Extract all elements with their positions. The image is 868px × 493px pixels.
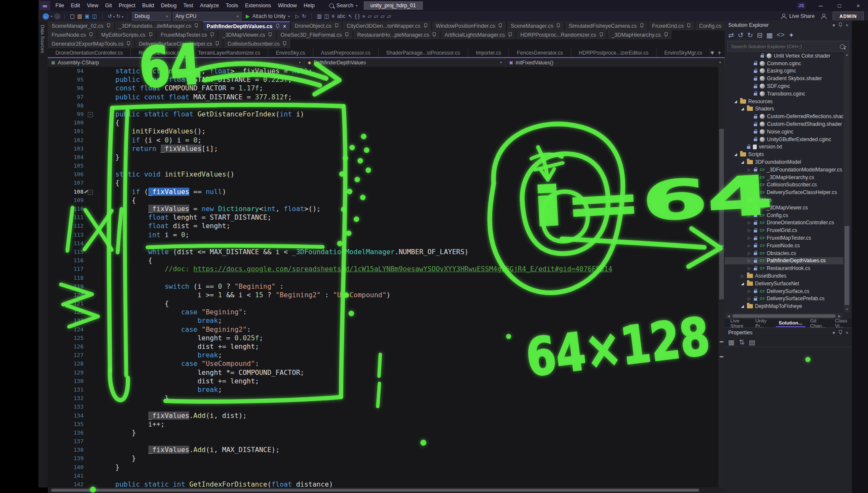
- line-number[interactable]: 102: [48, 136, 84, 145]
- code-line[interactable]: 129 lenght *= COMPOUND_FACTOR;: [48, 368, 718, 377]
- pin-icon[interactable]: [664, 32, 668, 38]
- tab-fruxelnode-cs[interactable]: FruxelNode.cs: [48, 30, 97, 39]
- code-line[interactable]: 124 case "Begining2":: [48, 325, 718, 334]
- solution-search-box[interactable]: ▾: [727, 41, 849, 52]
- expander-icon[interactable]: ▷: [747, 296, 752, 301]
- pin-icon[interactable]: [640, 23, 644, 29]
- alphabetical-icon[interactable]: ⇅: [739, 338, 744, 346]
- tree-item-unitygbufferextended-cginc[interactable]: UnityGBufferExtended.cginc: [725, 136, 843, 143]
- tab-pathfinderdepthvalues-cs[interactable]: PathfinderDepthValues.cs×: [203, 21, 290, 30]
- tree-item-pathfinderdepthvalues-cs[interactable]: ▷C#PathfinderDepthValues.cs: [725, 257, 843, 265]
- line-number[interactable]: 139: [48, 454, 84, 463]
- tree-item-3dfoundationmodelmanager-cs[interactable]: ▷C#_3DFoundationModelManager.cs: [725, 166, 843, 174]
- fold-collapse-icon[interactable]: −: [88, 112, 93, 117]
- bookmark-next-icon[interactable]: ▱: [373, 13, 379, 19]
- pin-icon[interactable]: [89, 32, 93, 38]
- tree-item-gradient-skybox-shader[interactable]: Gradient Skybox.shader: [725, 75, 843, 82]
- code-line[interactable]: 102 if (i < 0) i = 0;: [48, 136, 718, 145]
- tab-citygen3dgen-torwrapper-cs[interactable]: CityGen3DGen...torWrapper.cs: [343, 21, 431, 30]
- tree-item-deliverysurfacenet[interactable]: ◢DeliverySurfaceNet: [725, 280, 843, 287]
- line-number[interactable]: 117: [48, 265, 84, 273]
- tree-item-3dmap[interactable]: ◢3DMap: [725, 196, 843, 204]
- line-number[interactable]: 113: [48, 231, 84, 239]
- code-line[interactable]: 94 static Dictionary<int, float> _fixVal…: [48, 67, 718, 75]
- expander-icon[interactable]: ▷: [747, 258, 752, 263]
- tab-overflow-icon[interactable]: ▾: [711, 49, 714, 57]
- tree-item-config-cs[interactable]: ▷C#Config.cs: [725, 212, 843, 219]
- code-line[interactable]: 107 {: [48, 179, 718, 187]
- pin-icon[interactable]: [275, 24, 279, 29]
- pin-icon[interactable]: [839, 23, 842, 28]
- pin-icon[interactable]: [345, 32, 349, 38]
- tab-assetpreprocessor-cs[interactable]: AssetPreprocessor.cs: [313, 48, 379, 57]
- tree-item-version-txt[interactable]: version.txt: [725, 143, 843, 151]
- tool-tab-live-share[interactable]: Live Share: [727, 317, 751, 328]
- line-number[interactable]: 109: [48, 196, 84, 205]
- tree-item-collisionsubscriber-cs[interactable]: ▷C#CollisionSubscriber.cs: [725, 181, 843, 189]
- code-line[interactable]: 120 i >= 1 && i < 15 ? "Begining2" : "Us…: [48, 291, 718, 299]
- expander-icon[interactable]: ▷: [747, 206, 752, 210]
- feedback-person-icon[interactable]: [821, 14, 827, 19]
- line-number[interactable]: 111: [48, 213, 84, 222]
- tree-item-restauranthook-cs[interactable]: ▷C#RestaurantHook.cs: [725, 264, 843, 272]
- tree-item-shaders[interactable]: ◢Shaders: [725, 105, 843, 113]
- line-number[interactable]: 97: [48, 93, 84, 102]
- expander-icon[interactable]: ◢: [733, 99, 738, 104]
- menu-debug[interactable]: Debug: [157, 1, 180, 10]
- code-line[interactable]: 117 //doc: https://docs.google.com/sprea…: [48, 265, 718, 273]
- pin-icon[interactable]: [839, 330, 842, 335]
- line-number[interactable]: 141: [48, 472, 84, 480]
- code-line[interactable]: 131 break;: [48, 386, 718, 394]
- expander-icon[interactable]: ▷: [747, 289, 752, 293]
- line-number[interactable]: 115: [48, 248, 84, 256]
- fold-collapse-icon[interactable]: −: [88, 190, 93, 195]
- tab-onesec3d-fileformat-cs[interactable]: OneSec3D_FileFormat.cs: [277, 30, 353, 39]
- tree-item-fruxelgrid-cs[interactable]: ▷C#FruxelGrid.cs: [725, 226, 843, 234]
- line-number[interactable]: 134: [48, 412, 84, 420]
- tree-item-assetbundles[interactable]: ▷AssetBundles: [725, 272, 843, 280]
- chevron-down-icon[interactable]: ▾: [833, 330, 835, 336]
- tree-item-3dfoundationmodel[interactable]: ◢3DFoundationModel: [725, 158, 843, 166]
- menu-window[interactable]: Window: [275, 1, 300, 10]
- member-dropdown[interactable]: ▣ initFixedValues() ▾: [506, 58, 725, 67]
- menu-project[interactable]: Project: [116, 1, 139, 10]
- line-number[interactable]: 105: [48, 162, 84, 170]
- tab-droneobject-cs[interactable]: DroneObject.cs: [291, 21, 342, 30]
- expander-icon[interactable]: ▷: [747, 168, 752, 172]
- tab-hdrppostproce-izereditor-cs[interactable]: HDRPPostproce...izerEditor.cs: [571, 48, 657, 57]
- code-line[interactable]: 106 static void initFixedValues(): [48, 170, 718, 179]
- code-line[interactable]: 119 switch (i == 0 ? "Begining" :: [48, 282, 718, 291]
- menu-view[interactable]: View: [84, 1, 102, 10]
- line-number[interactable]: 119: [48, 282, 84, 291]
- tree-item-3dmaphierarchy-cs[interactable]: ▷C#_3DMapHierarchy.cs: [725, 174, 843, 181]
- hot-reload-icon[interactable]: ↻: [301, 13, 307, 19]
- tree-item-fruxelnode-cs[interactable]: ▷C#FruxelNode.cs: [725, 242, 843, 249]
- code-line[interactable]: 104 }: [48, 153, 718, 162]
- menu-build[interactable]: Build: [139, 1, 157, 10]
- code-line[interactable]: 103 return _fixValues[i];: [48, 145, 718, 153]
- line-number[interactable]: 124: [48, 325, 84, 334]
- code-line[interactable]: 122 case "Begining":: [48, 308, 718, 316]
- line-number[interactable]: 131: [48, 386, 84, 394]
- tree-item-custom-deferredshading-shader[interactable]: Custom-DeferredShading.shader: [725, 120, 843, 128]
- live-share-button[interactable]: Live Share: [781, 13, 815, 19]
- line-number[interactable]: 118: [48, 274, 84, 282]
- line-number[interactable]: 127: [48, 351, 84, 360]
- pin-icon[interactable]: [210, 32, 214, 38]
- line-number[interactable]: 104: [48, 153, 84, 162]
- tree-item-resources[interactable]: ◢Resources: [725, 98, 843, 105]
- indent-icon[interactable]: »: [361, 13, 367, 19]
- close-icon[interactable]: ×: [846, 23, 848, 28]
- code-line[interactable]: 97 public const float MAX_DISTANCE = 377…: [48, 93, 718, 102]
- line-list-icon[interactable]: ≡: [330, 13, 336, 19]
- expander-icon[interactable]: ▷: [740, 274, 745, 278]
- editor-horizontal-scrollbar[interactable]: [48, 487, 725, 493]
- property-pages-icon[interactable]: ▤: [749, 338, 755, 346]
- close-button[interactable]: ×: [854, 3, 862, 9]
- project-dropdown[interactable]: ▦ Assembly-CSharp ▾: [48, 58, 304, 67]
- bookmark-clear-icon[interactable]: ▱: [386, 13, 392, 19]
- pin-icon[interactable]: [498, 23, 502, 29]
- collapse-all-icon[interactable]: ⊟: [757, 31, 762, 39]
- code-line[interactable]: 100 {: [48, 119, 718, 127]
- menu-git[interactable]: Git: [102, 1, 116, 10]
